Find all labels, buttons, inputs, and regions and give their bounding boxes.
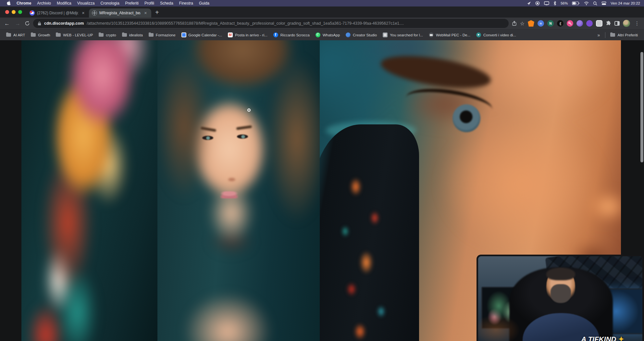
tab-close-icon[interactable]: ✕	[143, 10, 148, 16]
menu-item-preferiti[interactable]: Preferiti	[122, 1, 142, 6]
back-button[interactable]: ←	[3, 21, 11, 26]
fullscreen-window-button[interactable]	[18, 10, 22, 14]
minimize-window-button[interactable]	[12, 10, 16, 14]
ribbon-bokeh-lights	[320, 124, 419, 341]
bookmark-gmail-inbox[interactable]: Posta in arrivo - ri...	[225, 31, 270, 39]
tab-discord[interactable]: (2762) Discord | @Midjourney ✕	[27, 8, 89, 18]
other-bookmarks-folder[interactable]: Altri Preferiti	[607, 31, 641, 39]
screen-mirroring-icon[interactable]	[544, 1, 549, 5]
spotlight-search-icon[interactable]	[593, 1, 597, 6]
bookmark-folder-web-level-up[interactable]: WEB - LEVEL-UP	[53, 31, 96, 39]
bluetooth-icon[interactable]	[553, 1, 556, 6]
tab-close-icon[interactable]: ✕	[80, 10, 86, 16]
sparkle-icon: ✦	[618, 335, 624, 341]
bookmark-label: WEB - LEVEL-UP	[63, 33, 93, 37]
bookmark-label: WebMail PEC - De...	[436, 33, 470, 37]
chrome-tab-strip: (2762) Discord | @Midjourney ✕ MRregista…	[0, 6, 644, 18]
apple-menu-icon[interactable]	[4, 1, 14, 6]
bookmark-label: Converti i video di...	[483, 33, 516, 37]
waves-extension-icon[interactable]: ≋	[538, 20, 544, 27]
folder-icon	[149, 32, 154, 37]
aperture-extension-icon[interactable]: ((	[557, 20, 564, 27]
globe-favicon	[92, 10, 97, 16]
close-window-button[interactable]	[5, 10, 9, 14]
wifi-icon[interactable]	[584, 2, 589, 5]
bookmark-star-icon[interactable]: ☆	[520, 20, 525, 27]
video-converter-icon	[476, 32, 481, 37]
extensions-puzzle-icon[interactable]	[606, 21, 611, 26]
profile-avatar[interactable]	[623, 20, 630, 27]
forward-button[interactable]: →	[14, 21, 21, 26]
discord-favicon	[30, 10, 35, 16]
menu-item-visualizza[interactable]: Visualizza	[74, 1, 98, 6]
bookmarks-divider	[605, 32, 605, 38]
bookmark-facebook-profile[interactable]: Riccardo Scrocca	[270, 31, 313, 39]
tab-title: MRregista_Abstract_beauty._	[99, 11, 141, 15]
bookmark-whatsapp[interactable]: WhatsApp	[313, 31, 343, 39]
menu-bar-clock[interactable]: Ven 24 mar 20:22	[611, 1, 640, 5]
bookmark-webmail-pec[interactable]: WebMail PEC - De...	[426, 31, 473, 39]
tab-image-attachment[interactable]: MRregista_Abstract_beauty._ ✕	[89, 8, 151, 18]
abstract-ribbon-art	[21, 40, 157, 341]
webmail-icon	[429, 32, 434, 37]
bookmark-folder-idealista[interactable]: idealista	[119, 31, 146, 39]
menu-item-guida[interactable]: Guida	[196, 1, 212, 6]
menu-item-archivio[interactable]: Archivio	[34, 1, 54, 6]
bookmark-google-calendar[interactable]: Google Calendar -...	[179, 31, 225, 39]
screen-record-icon[interactable]	[535, 1, 540, 6]
side-panel-icon[interactable]	[614, 21, 620, 26]
bookmark-label: Creator Studio	[353, 33, 377, 37]
new-tab-button[interactable]: +	[151, 9, 163, 18]
menu-item-chrome[interactable]: Chrome	[14, 1, 34, 6]
creator-studio-icon	[346, 32, 351, 37]
image-panel-woman-portrait	[157, 40, 320, 341]
watermark-text: A TIFKIND	[581, 335, 616, 341]
bookmark-folder-formazione[interactable]: Formazione	[146, 31, 179, 39]
frame-extension-icon[interactable]	[596, 20, 602, 27]
menu-item-cronologia[interactable]: Cronologia	[98, 1, 122, 6]
chrome-menu-kebab-icon[interactable]: ⋮	[633, 20, 641, 26]
bookmark-label: Riccardo Scrocca	[280, 33, 310, 37]
bookmark-label: Growth	[38, 33, 50, 37]
url-host: cdn.discordapp.com	[44, 21, 84, 26]
share-icon[interactable]	[512, 21, 517, 26]
bookmark-label: Altri Preferiti	[617, 33, 638, 37]
metamask-extension-icon[interactable]	[528, 20, 534, 27]
macos-menu-bar: Chrome Archivio Modifica Visualizza Cron…	[0, 0, 644, 6]
bookmarks-overflow-chevron[interactable]: »	[594, 32, 603, 38]
swirl-extension-icon[interactable]	[586, 20, 593, 27]
menu-item-scheda[interactable]: Scheda	[157, 1, 176, 6]
bookmark-label: Posta in arrivo - ri...	[235, 33, 267, 37]
bookmark-label: crypto	[106, 33, 116, 37]
folder-icon	[56, 32, 61, 37]
closeup-dark-ribbon	[320, 124, 419, 341]
key-extension-icon[interactable]	[567, 20, 573, 27]
bookmark-creator-studio[interactable]: Creator Studio	[343, 31, 380, 39]
bookmark-label: You searched for l...	[390, 33, 423, 37]
tab-title: (2762) Discord | @Midjourney	[37, 11, 78, 15]
bookmark-label: WhatsApp	[323, 33, 340, 37]
bookmark-video-converter[interactable]: Converti i video di...	[473, 31, 519, 39]
apple-icon	[7, 1, 11, 5]
bookmark-you-searched[interactable]: You searched for l...	[380, 31, 426, 39]
battery-charging-icon	[572, 1, 580, 5]
fast-user-switch-icon[interactable]	[601, 1, 606, 5]
menu-bar-status-area: 56% Ven 24 mar 20:22	[527, 1, 640, 6]
bookmark-folder-growth[interactable]: Growth	[28, 31, 53, 39]
menu-item-modifica[interactable]: Modifica	[54, 1, 74, 6]
reload-button[interactable]	[25, 21, 30, 26]
menu-item-finestra[interactable]: Finestra	[176, 1, 196, 6]
bookmark-folder-crypto[interactable]: crypto	[96, 31, 119, 39]
chrome-toolbar: ← → cdn.discordapp.com/attachments/10135…	[0, 18, 644, 29]
menu-item-profili[interactable]: Profili	[142, 1, 157, 6]
moon-extension-icon[interactable]	[576, 20, 583, 27]
webcam-overlay: A TIFKIND ✦	[477, 255, 644, 341]
lock-icon	[38, 21, 41, 26]
generic-page-icon	[383, 32, 388, 37]
vertical-scrollbar-thumb[interactable]	[640, 52, 643, 162]
bookmark-folder-ai-art[interactable]: AI ART	[3, 31, 28, 39]
url-path: /attachments/1013512335442333816/1088905…	[87, 21, 404, 26]
address-bar[interactable]: cdn.discordapp.com/attachments/101351233…	[33, 19, 509, 28]
notion-extension-icon[interactable]: N	[547, 20, 554, 27]
location-arrow-icon[interactable]	[527, 1, 531, 6]
